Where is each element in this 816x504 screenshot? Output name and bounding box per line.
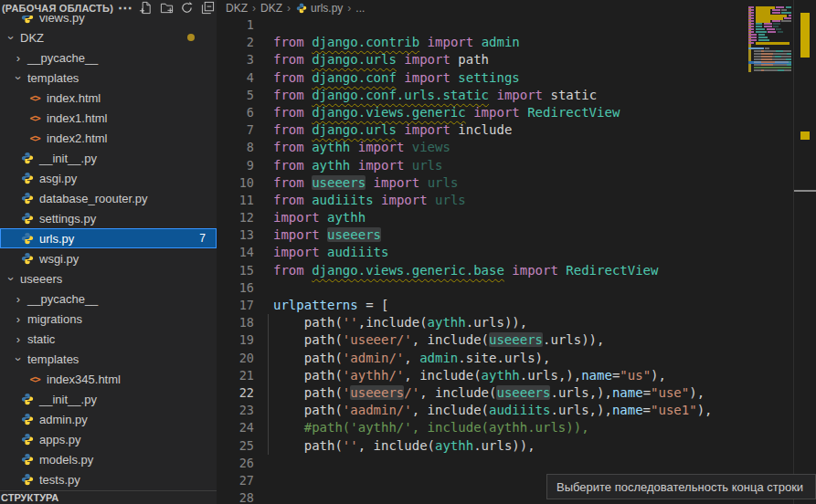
tree-item--init-py[interactable]: __init__.py (0, 389, 217, 409)
tree-item-label: static (27, 332, 55, 346)
line-number: 17 (217, 297, 254, 314)
chevron-down-icon[interactable]: › (12, 352, 26, 366)
tree-item-useeers[interactable]: ›useeers (0, 268, 217, 289)
code-line-6[interactable]: 6from django.views.generic import Redire… (217, 104, 747, 121)
line-number: 12 (217, 209, 254, 226)
tree-item-templates[interactable]: ›templates (0, 68, 217, 88)
code-line-18[interactable]: 18 path('',include(aythh.urls)), (217, 314, 747, 331)
code-line-2[interactable]: 2from django.contrib import admin (217, 34, 747, 51)
code-line-7[interactable]: 7from django.urls import include (217, 121, 747, 139)
overview-ruler-mark (794, 190, 816, 192)
code-line-8[interactable]: 8from aythh import views (217, 139, 747, 156)
code-line-21[interactable]: 21 path('aythh/', include(aythh.urls,),n… (217, 367, 747, 384)
code-line-text: from audiiits import urls (273, 192, 466, 209)
breadcrumb-item[interactable]: urls.py (311, 2, 343, 15)
code-line-16[interactable]: 16 (217, 279, 747, 297)
breadcrumb-item[interactable]: ... (355, 2, 365, 15)
code-line-15[interactable]: 15from django.views.generic.base import … (217, 262, 747, 279)
tree-item-asgi-py[interactable]: asgi.py (0, 168, 217, 188)
line-number: 14 (217, 244, 254, 261)
tree-item-index1-html[interactable]: <>index1.html (0, 108, 217, 128)
tree-item-admin-py[interactable]: admin.py (0, 409, 217, 429)
code-line-text: from django.urls import path (273, 51, 489, 68)
code-line-26[interactable]: 26 (217, 455, 747, 472)
line-number: 21 (217, 367, 254, 384)
code-line-text: path('useeer/', include(useeers.urls)), (273, 331, 604, 349)
breadcrumb-item[interactable]: DKZ (260, 2, 282, 15)
tree-item-index2-html[interactable]: <>index2.html (0, 128, 217, 148)
minimap-line (748, 61, 791, 63)
code-line-12[interactable]: 12import aythh (217, 209, 747, 226)
tree-item-tests-py[interactable]: tests.py (0, 469, 217, 489)
code-line-9[interactable]: 9from aythh import urls (217, 157, 747, 174)
code-line-10[interactable]: 10from useeers import urls (217, 174, 747, 192)
chevron-right-icon[interactable]: › (11, 332, 26, 346)
code-line-22[interactable]: 22 path('useeers/', include(useeers.urls… (217, 384, 747, 402)
tree-item-label: index.html (47, 91, 101, 105)
file-tree: views.py›DKZ›__pycache__›templates<>inde… (0, 7, 217, 489)
minimap-line (748, 58, 791, 60)
chevron-right-icon[interactable]: › (11, 312, 26, 326)
tree-item-models-py[interactable]: models.py (0, 449, 217, 469)
line-number: 2 (217, 34, 254, 51)
tree-item-label: urls.py (39, 232, 74, 246)
code-line-4[interactable]: 4from django.conf import settings (217, 69, 747, 87)
overview-ruler-mark (800, 131, 810, 140)
tree-item-index-html[interactable]: <>index.html (0, 88, 217, 108)
code-line-5[interactable]: 5from django.conf.urls.static import sta… (217, 87, 747, 104)
python-file-icon (20, 392, 35, 406)
minimap-line (748, 67, 791, 68)
code-line-20[interactable]: 20 path('admin/', admin.site.urls), (217, 350, 747, 367)
code-line-11[interactable]: 11from audiiits import urls (217, 192, 747, 209)
new-file-icon[interactable] (137, 1, 155, 16)
minimap[interactable] (748, 4, 791, 95)
tree-item-database-roouter-py[interactable]: database_roouter.py (0, 188, 217, 208)
chevron-right-icon[interactable]: › (11, 51, 26, 65)
chevron-down-icon[interactable]: › (12, 70, 26, 85)
code-line-24[interactable]: 24 #path('aythh/', include(aythh.urls)), (217, 419, 747, 436)
tree-item-label: __init__.py (39, 393, 97, 406)
code-line-text: path('admin/', admin.site.urls), (273, 350, 550, 367)
minimap-line (748, 47, 791, 49)
more-actions-icon[interactable]: ⋯ (116, 1, 134, 16)
code-line-25[interactable]: 25 path('', include(aythh.urls)), (217, 437, 747, 455)
tree-item-label: migrations (27, 312, 82, 326)
code-line-3[interactable]: 3from django.urls import path (217, 51, 747, 68)
chevron-down-icon[interactable]: › (5, 271, 18, 286)
new-folder-icon[interactable] (157, 1, 175, 16)
tree-item-index345-html[interactable]: <>index345.html (0, 369, 217, 389)
python-file-icon (295, 1, 308, 16)
chevron-down-icon[interactable]: › (5, 30, 18, 45)
code-line-17[interactable]: 17urlpatterns = [ (217, 297, 747, 314)
code-line-19[interactable]: 19 path('useeer/', include(useeers.urls)… (217, 331, 747, 349)
tree-item-migrations[interactable]: ›migrations (0, 309, 217, 329)
chevron-right-icon[interactable]: › (11, 292, 26, 306)
minimap-line (748, 28, 791, 30)
outline-section-header[interactable]: СТРУКТУРА (0, 490, 217, 504)
code-area[interactable]: 12from django.contrib import admin3from … (217, 16, 747, 504)
outline-section-label: СТРУКТУРА (0, 492, 58, 503)
code-line-14[interactable]: 14import audiiits (217, 244, 747, 261)
refresh-explorer-icon[interactable] (178, 1, 196, 16)
tree-item-settings-py[interactable]: settings.py (0, 208, 217, 228)
tree-item--pycache-[interactable]: ›__pycache__ (0, 47, 217, 68)
code-line-23[interactable]: 23 path('aadmin/', include(audiiits.urls… (217, 402, 747, 419)
tree-item-wsgi-py[interactable]: wsgi.py (0, 248, 217, 268)
breadcrumb-item[interactable]: DKZ (226, 2, 248, 15)
tree-item-label: settings.py (39, 212, 96, 226)
code-line-13[interactable]: 13import useeers (217, 226, 747, 244)
minimap-line (748, 42, 791, 44)
tree-item--init-py[interactable]: __init__.py (0, 148, 217, 168)
tree-item-static[interactable]: ›static (0, 329, 217, 349)
code-line-text: from django.conf import settings (273, 69, 520, 87)
tree-item-templates[interactable]: ›templates (0, 349, 217, 369)
minimap-line (748, 69, 791, 71)
code-line-text: urlpatterns = [ (273, 297, 388, 314)
code-line-text: from aythh import views (273, 139, 450, 156)
tree-item--pycache-[interactable]: ›__pycache__ (0, 289, 217, 309)
tree-item-apps-py[interactable]: apps.py (0, 429, 217, 449)
tree-item-urls-py[interactable]: urls.py7 (0, 228, 217, 248)
tree-item-dkz[interactable]: ›DKZ (0, 27, 217, 47)
code-line-1[interactable]: 1 (217, 16, 747, 34)
collapse-folders-icon[interactable] (198, 1, 217, 16)
